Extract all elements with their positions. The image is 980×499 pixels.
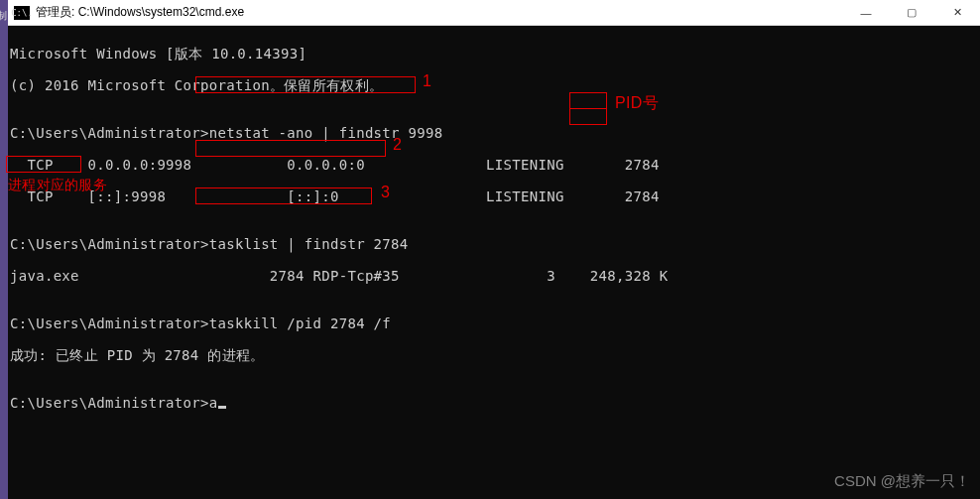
output-line: TCP [::]:9998 [::]:0 LISTENING 2784	[10, 188, 978, 204]
cmd-window: C:\. 管理员: C:\Windows\system32\cmd.exe — …	[8, 0, 980, 499]
cmd-tasklist: tasklist | findstr 2784	[209, 236, 409, 252]
anno-label-pid: PID号	[615, 95, 659, 111]
window-title: 管理员: C:\Windows\system32\cmd.exe	[36, 4, 843, 21]
watermark: CSDN @想养一只！	[834, 472, 970, 491]
output-line: java.exe 2784 RDP-Tcp#35 3 248,328 K	[10, 268, 978, 284]
minimize-button[interactable]: —	[843, 0, 889, 26]
prompt-line: C:\Users\Administrator>taskkill /pid 278…	[10, 315, 978, 331]
prompt: C:\Users\Administrator>	[10, 315, 209, 331]
prompt-line: C:\Users\Administrator>netstat -ano | fi…	[10, 125, 978, 141]
typed-char: a	[209, 395, 218, 411]
output-line: 成功: 已终止 PID 为 2784 的进程。	[10, 347, 978, 363]
close-button[interactable]: ✕	[934, 0, 980, 26]
prompt: C:\Users\Administrator>	[10, 236, 209, 252]
prompt-line: C:\Users\Administrator>tasklist | findst…	[10, 236, 978, 252]
cursor	[218, 406, 226, 409]
cmd-icon: C:\.	[14, 6, 30, 20]
output-line: (c) 2016 Microsoft Corporation。保留所有权利。	[10, 77, 978, 93]
cmd-taskkill: taskkill /pid 2784 /f	[209, 315, 391, 331]
anno-box-cmd2	[195, 140, 386, 157]
left-strip: 制	[0, 0, 8, 499]
anno-box-pid-b	[569, 108, 607, 125]
anno-box-pid-a	[569, 92, 607, 109]
output-line: Microsoft Windows [版本 10.0.14393]	[10, 46, 978, 62]
cmd-netstat: netstat -ano | findstr 9998	[209, 125, 443, 141]
maximize-button[interactable]: ▢	[889, 0, 934, 26]
prompt: C:\Users\Administrator>	[10, 125, 209, 141]
terminal-body[interactable]: Microsoft Windows [版本 10.0.14393] (c) 20…	[8, 26, 980, 499]
prompt: C:\Users\Administrator>	[10, 395, 209, 411]
prompt-line: C:\Users\Administrator>a	[10, 395, 978, 411]
output-line: TCP 0.0.0.0:9998 0.0.0.0:0 LISTENING 278…	[10, 157, 978, 173]
titlebar[interactable]: C:\. 管理员: C:\Windows\system32\cmd.exe — …	[8, 0, 980, 26]
